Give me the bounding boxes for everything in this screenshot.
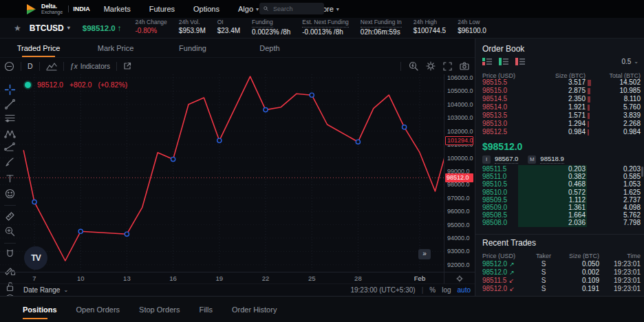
chevron-down-icon: ⌄ — [634, 58, 638, 65]
trend-line-tool-icon[interactable] — [4, 98, 16, 110]
ask-row[interactable]: 98514.52.3508.110 — [475, 95, 644, 103]
text-tool-icon[interactable] — [4, 173, 16, 184]
bid-row[interactable]: 98510.50.4681.053 — [475, 180, 644, 189]
time-axis-label: 10 — [77, 275, 85, 282]
trade-row[interactable]: 98512.0↗S0.05019:23:01 — [475, 260, 644, 268]
symbol-selector[interactable]: BTCUSD▾ — [30, 23, 70, 33]
nav-item-algo[interactable]: Algo▾ — [238, 5, 259, 13]
price-chart[interactable]: 98512.0 +802.0 (+0.82%) 106000.0105000.0… — [0, 74, 475, 272]
ask-row[interactable]: 98515.02.87510.985 — [475, 87, 644, 95]
interval-button[interactable]: D — [28, 62, 33, 70]
trade-row[interactable]: 98512.0↗S0.00219:23:01 — [475, 268, 644, 277]
divider — [475, 234, 644, 235]
time-axis-label: 22 — [262, 275, 270, 282]
brush-tool-icon[interactable] — [4, 156, 16, 168]
percent-scale-button[interactable]: % — [429, 286, 436, 294]
settings-gear-icon[interactable] — [426, 61, 436, 71]
ask-depth-bar — [588, 88, 590, 94]
divider — [21, 62, 21, 71]
chart-toolbar: D ƒxIndicators — [0, 58, 475, 74]
divider — [39, 62, 40, 71]
chart-type-button[interactable] — [46, 62, 57, 71]
bid-row[interactable]: 98509.51.1122.737 — [475, 196, 644, 204]
fullscreen-icon[interactable] — [443, 62, 452, 71]
ask-row[interactable]: 98515.53.51714.502 — [475, 78, 644, 87]
brand-name: Delta. — [41, 3, 63, 10]
zoom-in-tool-icon[interactable] — [4, 226, 16, 237]
magnet-tool-icon[interactable] — [4, 248, 16, 259]
axis-settings-corner[interactable] — [444, 272, 475, 284]
tab-order-history[interactable]: Order History — [232, 305, 277, 314]
scrollbar[interactable] — [641, 167, 643, 177]
delta-exchange-logo[interactable]: Delta. Exchange INDIA — [26, 3, 90, 14]
favorite-star-icon[interactable]: ★ — [14, 23, 21, 33]
date-range-selector[interactable]: Date Range⌄ — [23, 286, 68, 294]
indicators-button[interactable]: ƒxIndicators — [70, 62, 110, 70]
tab-fills[interactable]: Fills — [199, 305, 213, 314]
log-scale-button[interactable]: log — [442, 286, 451, 294]
tab-traded-price[interactable]: Traded Price — [0, 39, 77, 57]
index-price[interactable]: I98567.0 — [482, 155, 518, 164]
mark-price[interactable]: M98518.9 — [528, 155, 564, 164]
order-book-view-toggles — [482, 58, 525, 65]
ask-row[interactable]: 98514.01.9215.760 — [475, 103, 644, 111]
chart-panel: Traded Price Mark Price Funding Depth D … — [0, 39, 475, 296]
group-size-dropdown[interactable]: 0.5⌄ — [621, 58, 638, 65]
trade-row[interactable]: 98512.0↙S0.19119:23:01 — [475, 285, 644, 293]
bid-row[interactable]: 98509.01.3614.098 — [475, 204, 644, 212]
parallel-lines-tool-icon[interactable] — [4, 112, 16, 124]
prediction-tool-icon[interactable] — [4, 141, 16, 153]
bid-row[interactable]: 98510.00.5721.625 — [475, 189, 644, 197]
quick-search-icon[interactable] — [409, 61, 418, 71]
price-axis-label: 104000.0 — [447, 101, 473, 108]
chevron-down-icon: ▾ — [256, 6, 259, 12]
divider — [400, 62, 401, 71]
nav-item-markets[interactable]: Markets — [104, 5, 131, 13]
trading-app: Delta. Exchange INDIA Markets Futures Op… — [0, 0, 644, 322]
crosshair-tool-icon[interactable] — [4, 84, 16, 96]
tab-stop-orders[interactable]: Stop Orders — [139, 305, 180, 314]
nav-item-futures[interactable]: Futures — [149, 5, 175, 13]
bid-row[interactable]: 98511.50.2030.203 — [475, 165, 644, 173]
auto-scale-button[interactable]: auto — [458, 286, 471, 294]
time-axis[interactable]: 710131619222528Feb — [0, 272, 475, 283]
bid-row[interactable]: 98508.02.0367.798 — [475, 219, 644, 227]
expand-panel-button[interactable]: » — [418, 249, 431, 259]
ask-row[interactable]: 98513.51.5713.839 — [475, 111, 644, 120]
time-axis-label: 13 — [123, 275, 131, 282]
clock-timezone[interactable]: 19:23:00 (UTC+5:30) — [350, 286, 415, 294]
ask-row[interactable]: 98512.50.9840.984 — [475, 128, 644, 136]
xabcd-pattern-tool-icon[interactable] — [4, 128, 16, 140]
trade-row[interactable]: 98511.5↙S0.10919:23:01 — [475, 277, 644, 285]
chart-plot[interactable] — [0, 74, 444, 272]
recent-trades-header: Price (USD) Taker Size (BTC) Time — [475, 252, 644, 260]
brand-region: INDIA — [68, 6, 90, 12]
delta-logo-icon — [26, 4, 37, 14]
collapse-toolbar-button[interactable] — [4, 61, 14, 72]
view-bids-only-icon[interactable] — [499, 58, 508, 65]
tab-funding[interactable]: Funding — [154, 39, 231, 57]
search-box[interactable] — [259, 3, 324, 14]
tab-positions[interactable]: Positions — [23, 305, 57, 314]
open-in-new-button[interactable] — [123, 62, 131, 70]
view-both-sides-icon[interactable] — [482, 58, 492, 65]
emoji-tool-icon[interactable] — [4, 188, 16, 200]
measure-ruler-tool-icon[interactable] — [4, 211, 16, 222]
camera-snapshot-icon[interactable] — [460, 62, 469, 70]
bid-row[interactable]: 98508.51.6645.762 — [475, 211, 644, 219]
legend-price: 98512.0 — [37, 80, 63, 89]
price-axis-label: 103000.0 — [447, 114, 473, 121]
ask-depth-bar — [588, 121, 589, 127]
price-axis[interactable]: 106000.0105000.0104000.0103000.0102000.0… — [444, 74, 475, 272]
bid-row[interactable]: 98511.00.3820.585 — [475, 173, 644, 181]
view-asks-only-icon[interactable] — [515, 58, 525, 65]
index-badge: I — [482, 155, 491, 164]
chevron-down-icon: ▾ — [336, 6, 339, 12]
nav-item-options[interactable]: Options — [193, 5, 219, 13]
tab-depth[interactable]: Depth — [231, 39, 308, 57]
tab-mark-price[interactable]: Mark Price — [77, 39, 154, 57]
search-input[interactable] — [272, 5, 320, 13]
tab-open-orders[interactable]: Open Orders — [76, 305, 120, 314]
ask-row[interactable]: 98513.01.2942.268 — [475, 120, 644, 128]
index-mark-prices: I98567.0 M98518.9 — [482, 155, 564, 164]
